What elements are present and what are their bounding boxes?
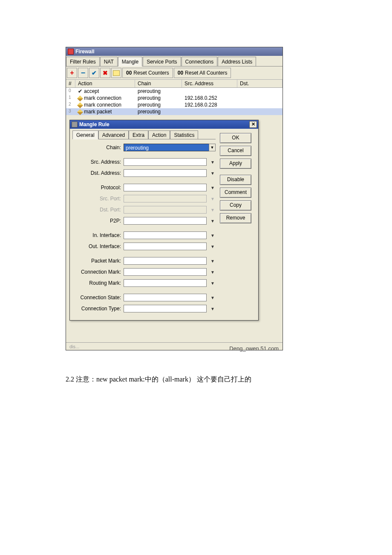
out-interface-toggle[interactable]: ▼ [210, 243, 216, 249]
connection-mark-input[interactable] [124, 268, 207, 276]
out-interface-label: Out. Interface: [72, 243, 122, 249]
packet-mark-label: Packet Mark: [72, 258, 122, 264]
in-interface-toggle[interactable]: ▼ [210, 232, 216, 238]
table-row[interactable]: 2 mark connection prerouting 192.168.0.2… [66, 101, 282, 108]
accept-icon: ✔ [78, 88, 82, 94]
tab-advanced[interactable]: Advanced [98, 130, 129, 139]
protocol-toggle[interactable]: ▼ [210, 185, 216, 191]
x-icon: ✖ [103, 69, 108, 76]
p2p-toggle[interactable]: ▼ [210, 218, 216, 224]
connection-mark-toggle[interactable]: ▼ [210, 269, 216, 275]
connection-type-label: Connection Type: [72, 306, 122, 312]
rules-table: 0 ✔accept prerouting 1 mark connection p… [66, 88, 282, 115]
table-header: # Action Chain Src. Address Dst. [66, 80, 282, 88]
firewall-toolbar: + − ✔ ✖ 00 Reset Counters 00 Reset All C… [66, 66, 282, 80]
src-address-input[interactable] [124, 158, 207, 166]
disable-button[interactable]: ✖ [100, 68, 110, 78]
reset-counters-label: Reset Counters [133, 70, 169, 76]
connection-type-input[interactable] [124, 305, 207, 312]
in-interface-input[interactable] [124, 231, 207, 239]
tab-general[interactable]: General [72, 130, 98, 139]
disable-toggle-button[interactable]: Disable [220, 175, 251, 185]
comment-dialog-button[interactable]: Comment [220, 188, 251, 198]
dst-address-toggle[interactable]: ▼ [210, 170, 216, 176]
src-address-label: Src. Address: [72, 159, 122, 165]
col-hash[interactable]: # [66, 80, 75, 87]
firewall-titlebar: Firewall [66, 47, 282, 56]
remove-button[interactable]: − [78, 68, 88, 78]
add-button[interactable]: + [67, 68, 77, 78]
caption: 2.2 注意：new packet mark:中的（all-mark） 这个要自… [66, 375, 251, 384]
connection-state-toggle[interactable]: ▼ [210, 295, 216, 301]
dst-address-input[interactable] [124, 169, 207, 177]
routing-mark-label: Routing Mark: [72, 280, 122, 286]
protocol-input[interactable] [124, 184, 207, 191]
cancel-button[interactable]: Cancel [220, 146, 251, 156]
table-row[interactable]: 3 mark packet prerouting [66, 108, 282, 115]
dst-port-toggle: ▼ [210, 207, 216, 213]
protocol-label: Protocol: [72, 185, 122, 191]
col-chain[interactable]: Chain [135, 80, 182, 87]
col-dst[interactable]: Dst. [237, 80, 282, 87]
tab-nat[interactable]: NAT [100, 57, 118, 66]
col-src-address[interactable]: Src. Address [182, 80, 237, 87]
apply-button[interactable]: Apply [220, 159, 251, 169]
connection-state-label: Connection State: [72, 295, 122, 301]
packet-mark-toggle[interactable]: ▼ [210, 258, 216, 264]
plus-icon: + [70, 69, 74, 77]
table-row[interactable]: 0 ✔accept prerouting [66, 88, 282, 95]
packet-mark-input[interactable] [124, 257, 207, 265]
chain-dropdown-button[interactable]: ▼ [209, 144, 216, 151]
footer-credit: Deng_owen.51.com [229, 345, 279, 352]
window-icon [68, 49, 74, 55]
oo-icon: 00 [178, 70, 183, 76]
pencil-icon [77, 109, 83, 115]
routing-mark-toggle[interactable]: ▼ [210, 280, 216, 286]
ok-button[interactable]: OK [220, 133, 251, 143]
mangle-rule-titlebar: Mangle Rule ✕ [70, 120, 258, 129]
check-icon: ✔ [92, 69, 97, 76]
connection-type-toggle[interactable]: ▼ [210, 306, 216, 312]
dialog-buttons: OK Cancel Apply Disable Comment Copy Rem… [218, 129, 258, 320]
tab-service-ports[interactable]: Service Ports [143, 57, 181, 66]
reset-all-counters-label: Reset All Counters [185, 70, 227, 76]
out-interface-input[interactable] [124, 243, 207, 250]
mangle-rule-title: Mangle Rule [79, 121, 110, 127]
in-interface-label: In. Interface: [72, 232, 122, 238]
p2p-label: P2P: [72, 218, 122, 224]
pencil-icon [77, 102, 83, 108]
remove-dialog-button[interactable]: Remove [220, 213, 251, 223]
src-port-input [124, 195, 207, 202]
tab-action[interactable]: Action [148, 130, 170, 139]
close-button[interactable]: ✕ [249, 121, 257, 128]
enable-button[interactable]: ✔ [89, 68, 99, 78]
tab-mangle[interactable]: Mangle [118, 57, 142, 66]
tab-address-lists[interactable]: Address Lists [218, 57, 256, 66]
window-icon [72, 121, 78, 127]
pencil-icon [77, 95, 83, 101]
tab-filter-rules[interactable]: Filter Rules [66, 57, 100, 66]
oo-icon: 00 [126, 70, 132, 76]
tab-extra[interactable]: Extra [129, 130, 148, 139]
copy-button[interactable]: Copy [220, 200, 251, 211]
p2p-input[interactable] [124, 217, 207, 225]
reset-counters-button[interactable]: 00 Reset Counters [122, 68, 173, 78]
chain-input[interactable]: prerouting [124, 144, 209, 151]
firewall-window: Firewall Filter Rules NAT Mangle Service… [66, 47, 283, 350]
comment-button[interactable] [111, 68, 121, 78]
firewall-tabs: Filter Rules NAT Mangle Service Ports Co… [66, 56, 282, 66]
firewall-title: Firewall [75, 49, 95, 55]
chain-label: Chain: [72, 145, 122, 150]
tab-connections[interactable]: Connections [182, 57, 218, 66]
note-icon [113, 70, 120, 76]
connection-mark-label: Connection Mark: [72, 269, 122, 275]
reset-all-counters-button[interactable]: 00 Reset All Counters [174, 68, 231, 78]
tab-statistics[interactable]: Statistics [170, 130, 198, 139]
col-action[interactable]: Action [75, 80, 135, 87]
src-port-label: Src. Port: [72, 196, 122, 202]
routing-mark-input[interactable] [124, 279, 207, 287]
connection-state-input[interactable] [124, 294, 207, 301]
table-row[interactable]: 1 mark connection prerouting 192.168.0.2… [66, 95, 282, 101]
src-address-toggle[interactable]: ▼ [210, 159, 216, 165]
mangle-tabs: General Advanced Extra Action Statistics [72, 130, 216, 139]
